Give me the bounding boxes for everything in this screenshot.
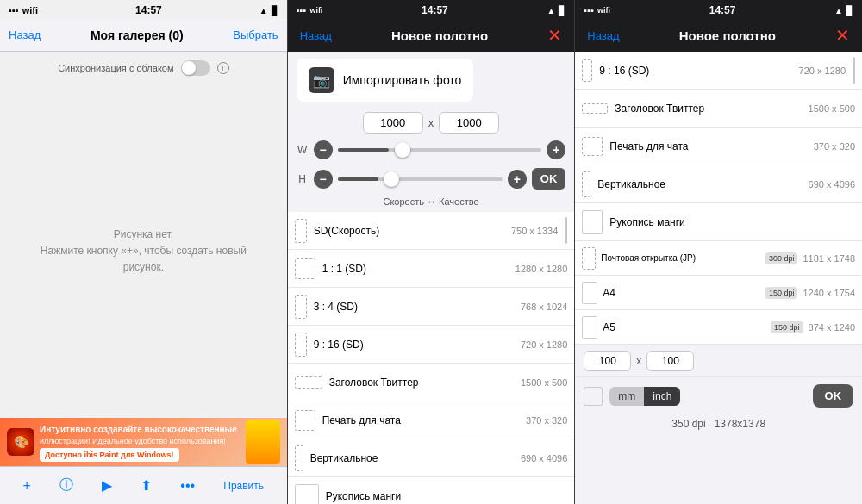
canvas-item-chat-3[interactable]: Печать для чата 370 x 320 [575, 128, 862, 165]
canvas-item-postcard[interactable]: Почтовая открытка (JP) 300 dpi 1181 x 17… [575, 241, 862, 276]
width-input[interactable] [363, 112, 423, 134]
thumb-a4 [582, 282, 597, 304]
canvas-item-manga[interactable]: Рукопись манги [288, 477, 575, 504]
import-photo-button[interactable]: 📷 Импортировать фото [297, 59, 474, 102]
thumb-twitter [295, 376, 322, 389]
width-plus-btn[interactable]: + [547, 140, 565, 159]
canvas-item-vertical[interactable]: Вертикальное 690 x 4096 [288, 439, 575, 477]
height-slider-track[interactable] [338, 177, 503, 181]
modal-close-2[interactable]: ✕ [547, 27, 562, 44]
sync-toggle[interactable] [181, 60, 210, 76]
canvas-size-34sd: 768 x 1024 [521, 302, 567, 312]
share-button[interactable]: ⬆ [141, 477, 152, 494]
canvas-item-11sd[interactable]: 1 : 1 (SD) 1280 x 1280 [288, 250, 575, 288]
canvas-item-twitter[interactable]: Заголовок Твиттер 1500 x 500 [288, 364, 575, 401]
canvas-name-a4: A4 [603, 287, 760, 299]
panel-new-canvas-dpi: ▪▪▪ wifi 14:57 ▲ ▊ Назад Новое полотно ✕… [575, 0, 862, 504]
unit-row: mm inch OK [575, 376, 862, 414]
dpi-info-row: 350 dpi 1378x1378 [575, 414, 862, 433]
time-1: 14:57 [135, 4, 162, 16]
height-input[interactable] [439, 112, 499, 134]
info-button[interactable]: ⓘ [59, 476, 73, 495]
w-label: W [297, 144, 309, 156]
thumb-vertical [295, 445, 303, 471]
scroll-indicator [565, 217, 567, 244]
canvas-item-916sd-3[interactable]: 9 : 16 (SD) 720 x 1280 [575, 52, 862, 90]
wifi-icon: wifi [22, 5, 38, 16]
info-icon[interactable]: i [217, 62, 229, 74]
unit-btn-group: mm inch [609, 387, 680, 406]
thumb-postcard [582, 247, 596, 270]
modal-close-3[interactable]: ✕ [835, 27, 850, 44]
canvas-name-vert-3: Вертикальное [597, 178, 801, 190]
ad-cta-label[interactable]: Доступно ibis Paint для Windows! [40, 448, 179, 462]
canvas-name-twitter: Заголовок Твиттер [329, 376, 514, 389]
canvas-item-manga-3[interactable]: Рукопись манги [575, 203, 862, 241]
thumb-twitter-3 [582, 103, 608, 114]
custom-height-input[interactable] [646, 351, 694, 371]
ok-button-2[interactable]: OK [532, 168, 566, 190]
add-button[interactable]: + [23, 478, 31, 494]
dpi-a4: 150 dpi [765, 287, 798, 299]
signal-icon-3: ▪▪▪ [584, 5, 594, 16]
thumb-chat-3 [582, 137, 603, 156]
custom-sep: x [636, 355, 641, 367]
canvas-size-a5: 874 x 1240 [809, 322, 855, 333]
battery-area-3: ▲ ▊ [834, 6, 853, 16]
empty-canvas: Рисунка нет. Нажмите кнопку «+», чтобы с… [41, 84, 247, 418]
canvas-item-sd[interactable]: SD(Скорость) 750 x 1334 [288, 212, 575, 250]
signal-strength-icon: ▲ [259, 6, 268, 16]
thumb-a5 [582, 316, 597, 339]
quality-label: Скорость ↔ Качество [383, 196, 478, 207]
canvas-item-a5[interactable]: A5 150 dpi 874 x 1240 [575, 310, 862, 345]
canvas-size-916sd: 720 x 1280 [521, 339, 567, 350]
signal-strength-icon-3: ▲ [834, 6, 843, 16]
quality-row: Скорость ↔ Качество [288, 195, 575, 212]
battery-area-2: ▲ ▊ [547, 6, 565, 16]
dpi-postcard: 300 dpi [765, 252, 798, 264]
ad-banner[interactable]: 🎨 Интуитивно создавайте высококачественн… [0, 418, 287, 466]
ok-button-3[interactable]: OK [813, 384, 854, 408]
canvas-name-916-3: 9 : 16 (SD) [599, 65, 791, 77]
canvas-item-a4[interactable]: A4 150 dpi 1240 x 1754 [575, 276, 862, 310]
canvas-name-twitter-3: Заголовок Твиттер [615, 103, 801, 115]
canvas-item-916sd[interactable]: 9 : 16 (SD) 720 x 1280 [288, 326, 575, 364]
canvas-name-11sd: 1 : 1 (SD) [322, 263, 509, 275]
custom-width-input[interactable] [584, 351, 631, 371]
h-label: H [297, 173, 309, 185]
inch-button[interactable]: inch [644, 387, 680, 406]
thumb-manga-3 [582, 210, 603, 234]
canvas-item-34sd[interactable]: 3 : 4 (SD) 768 x 1024 [288, 288, 575, 326]
canvas-size-sd: 750 x 1334 [511, 226, 558, 236]
modal-back-2[interactable]: Назад [300, 29, 332, 42]
more-button[interactable]: ••• [180, 478, 195, 494]
select-button[interactable]: Выбрать [233, 28, 278, 41]
play-button[interactable]: ▶ [102, 477, 112, 494]
width-minus-btn[interactable]: − [314, 140, 333, 159]
ad-figure [246, 420, 280, 464]
battery-icon: ▊ [272, 6, 278, 16]
canvas-item-chat[interactable]: Печать для чата 370 x 320 [288, 401, 575, 439]
canvas-item-twitter-3[interactable]: Заголовок Твиттер 1500 x 500 [575, 90, 862, 128]
panel-gallery: ▪▪▪ wifi 14:57 ▲ ▊ Назад Моя галерея (0)… [0, 0, 288, 504]
modal-title-2: Новое полотно [332, 28, 547, 43]
thumb-34sd [295, 295, 307, 319]
back-button-1[interactable]: Назад [9, 28, 41, 41]
wifi-icon-2: wifi [309, 6, 322, 15]
mm-button[interactable]: mm [609, 387, 644, 406]
gallery-title: Моя галерея (0) [91, 28, 184, 42]
canvas-size-a4: 1240 x 1754 [803, 288, 855, 298]
modal-content-3: 9 : 16 (SD) 720 x 1280 Заголовок Твиттер… [575, 52, 862, 504]
height-plus-btn[interactable]: + [508, 170, 527, 189]
thumb-chat [295, 410, 315, 431]
width-slider-track[interactable] [338, 148, 542, 152]
edit-button[interactable]: Править [223, 480, 264, 492]
canvas-name-postcard: Почтовая открытка (JP) [601, 253, 760, 263]
canvas-item-vert-3[interactable]: Вертикальное 690 x 4096 [575, 165, 862, 203]
camera-icon: 📷 [309, 67, 334, 93]
height-minus-btn[interactable]: − [314, 170, 333, 189]
canvas-name-sd: SD(Скорость) [314, 225, 504, 237]
dpi-a5: 150 dpi [771, 321, 803, 333]
gallery-content: Синхронизация с облаком i Рисунка нет. Н… [0, 52, 287, 418]
modal-back-3[interactable]: Назад [587, 29, 619, 42]
